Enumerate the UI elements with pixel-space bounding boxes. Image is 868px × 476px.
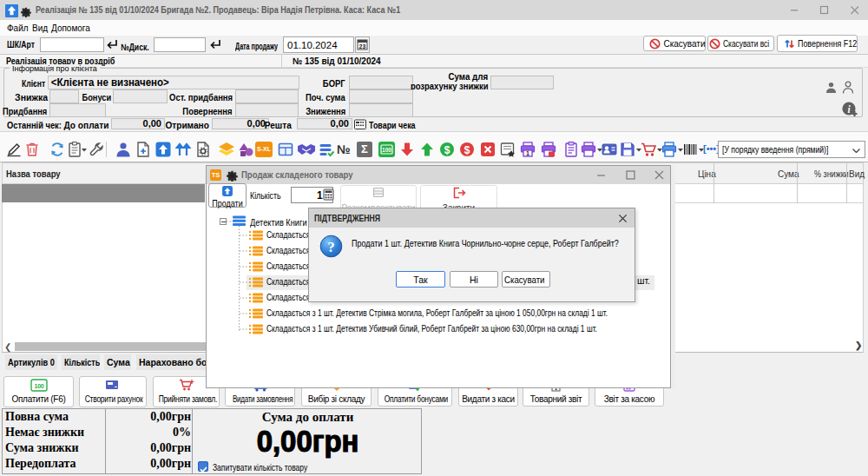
svg-text:100: 100 — [382, 147, 391, 153]
svg-text:$: $ — [464, 144, 470, 156]
svg-text:$: $ — [444, 144, 450, 156]
svg-text:100: 100 — [34, 383, 43, 389]
svg-text:23: 23 — [359, 43, 366, 50]
svg-text:?: ? — [327, 239, 335, 255]
svg-text:1: 1 — [526, 150, 529, 156]
